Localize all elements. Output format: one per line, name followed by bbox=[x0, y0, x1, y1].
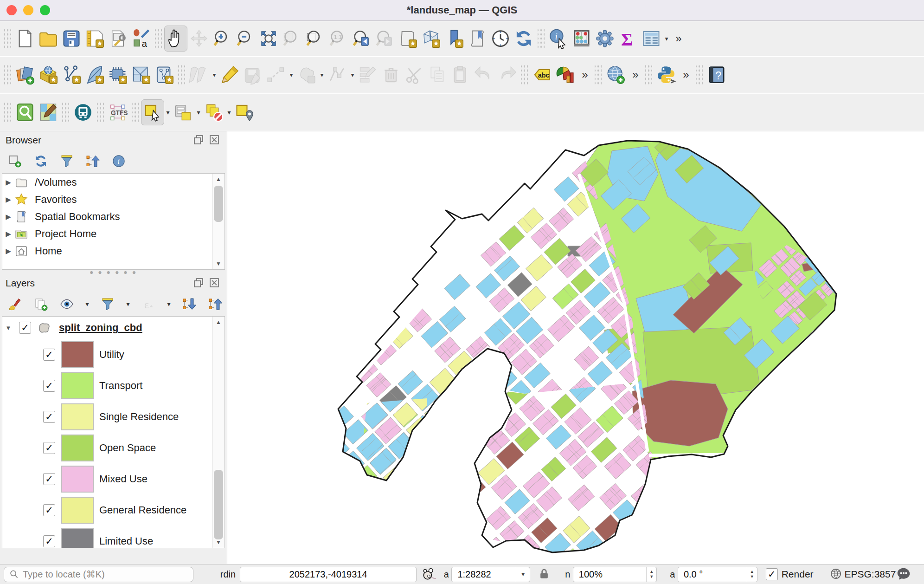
legend-checkbox[interactable]: ✓ bbox=[43, 442, 55, 454]
manage-map-themes-button[interactable] bbox=[58, 294, 76, 314]
legend-checkbox[interactable]: ✓ bbox=[43, 411, 55, 423]
open-attribute-table-button[interactable] bbox=[640, 26, 663, 52]
refresh-browser-button[interactable] bbox=[32, 151, 50, 171]
magnifier-spinbox[interactable]: 100% ▲▼ bbox=[573, 567, 657, 582]
add-group-button[interactable] bbox=[32, 294, 50, 314]
select-features-button[interactable] bbox=[141, 99, 164, 125]
zoom-in-button[interactable] bbox=[211, 26, 234, 52]
deselect-features-button[interactable] bbox=[202, 99, 225, 125]
new-spatial-bookmark-button[interactable] bbox=[443, 26, 466, 52]
legend-checkbox[interactable]: ✓ bbox=[43, 473, 55, 485]
new-spatialite-layer-button[interactable] bbox=[83, 62, 106, 88]
crs-value[interactable]: EPSG:3857 bbox=[844, 569, 896, 580]
legend-checkbox[interactable]: ✓ bbox=[43, 380, 55, 392]
browser-item--volumes[interactable]: ▶/Volumes bbox=[2, 174, 225, 191]
new-temporary-scratch-layer-button[interactable] bbox=[153, 62, 176, 88]
open-layer-styling-button[interactable] bbox=[6, 294, 24, 314]
new-shapefile-layer-button[interactable] bbox=[60, 62, 83, 88]
extent-toggle-icon[interactable] bbox=[421, 566, 437, 583]
browser-float-button[interactable] bbox=[192, 134, 205, 147]
open-project-button[interactable] bbox=[37, 26, 60, 52]
help-button[interactable]: ? bbox=[705, 62, 728, 88]
browser-item-favorites[interactable]: ▶Favorites bbox=[2, 191, 225, 208]
browser-item-project-home[interactable]: ▶Project Home bbox=[2, 225, 225, 242]
scale-lock-icon[interactable] bbox=[538, 567, 551, 581]
legend-color-swatch[interactable] bbox=[61, 372, 94, 399]
layers-float-button[interactable] bbox=[192, 277, 205, 290]
layer-item-split-zoning-cbd[interactable]: ▼✓split_zoning_cbd bbox=[2, 317, 225, 339]
temporal-controller-button[interactable] bbox=[489, 26, 512, 52]
identify-features-button[interactable]: i bbox=[547, 26, 570, 52]
legend-color-swatch[interactable] bbox=[61, 403, 94, 430]
legend-checkbox[interactable]: ✓ bbox=[43, 504, 55, 516]
scale-dropdown-arrow[interactable]: ▼ bbox=[516, 567, 530, 582]
expand-arrow-icon[interactable]: ▶ bbox=[2, 230, 14, 238]
digitize-shape-dropdown-arrow[interactable]: ▾ bbox=[318, 71, 326, 78]
scroll-down-arrow[interactable]: ▼ bbox=[212, 258, 225, 269]
toolbar-overflow-button[interactable]: » bbox=[670, 32, 686, 45]
options-button[interactable] bbox=[593, 26, 616, 52]
new-project-button[interactable] bbox=[13, 26, 37, 52]
filter-browser-button[interactable] bbox=[58, 151, 76, 171]
select-by-location-button[interactable] bbox=[233, 99, 256, 125]
zoom-out-button[interactable] bbox=[234, 26, 257, 52]
layer-labeling-options-button[interactable]: abc bbox=[530, 62, 553, 88]
panel-splitter[interactable]: ● ● ● ● ● ● bbox=[0, 270, 227, 274]
legend-color-swatch[interactable] bbox=[61, 466, 94, 493]
zoom-full-extent-button[interactable] bbox=[257, 26, 280, 52]
quickosm-button[interactable] bbox=[37, 99, 60, 125]
show-statistics-button[interactable]: Σ bbox=[616, 26, 640, 52]
new-geopackage-layer-button[interactable] bbox=[37, 62, 60, 88]
layer-visibility-checkbox[interactable]: ✓ bbox=[19, 322, 31, 334]
toolbar-overflow-button[interactable]: » bbox=[627, 68, 643, 81]
browser-close-button[interactable] bbox=[208, 134, 221, 147]
layers-scrollbar[interactable]: ▲▼ bbox=[212, 317, 225, 548]
new-virtual-layer-button[interactable] bbox=[106, 62, 129, 88]
crs-globe-icon[interactable] bbox=[829, 567, 843, 581]
new-mesh-layer-button[interactable] bbox=[129, 62, 153, 88]
browser-scrollbar[interactable]: ▲▼ bbox=[212, 174, 225, 269]
transit-plugin-button[interactable] bbox=[71, 99, 95, 125]
show-spatial-bookmarks-button[interactable] bbox=[466, 26, 489, 52]
toolbar-overflow-button[interactable]: » bbox=[678, 68, 693, 81]
scroll-up-arrow[interactable]: ▲ bbox=[212, 317, 225, 328]
render-checkbox[interactable]: ✓ bbox=[766, 568, 778, 580]
scroll-up-arrow[interactable]: ▲ bbox=[212, 174, 225, 185]
legend-color-swatch[interactable] bbox=[61, 435, 94, 461]
deselect-features-dropdown-arrow[interactable]: ▾ bbox=[225, 109, 233, 116]
layers-close-button[interactable] bbox=[208, 277, 221, 290]
filter-by-expression-dropdown-arrow[interactable]: ▾ bbox=[165, 300, 173, 308]
new-3d-map-view-button[interactable] bbox=[419, 26, 443, 52]
expand-all-button[interactable] bbox=[180, 294, 199, 314]
show-layout-manager-button[interactable] bbox=[106, 26, 129, 52]
legend-checkbox[interactable]: ✓ bbox=[43, 535, 55, 547]
collapse-all-layers-button[interactable] bbox=[206, 294, 225, 314]
select-features-by-value-button[interactable] bbox=[172, 99, 195, 125]
legend-checkbox[interactable]: ✓ bbox=[43, 349, 55, 361]
gtfs-plugin-button[interactable]: GTFS bbox=[106, 99, 129, 125]
magnifier-spin-arrows[interactable]: ▲▼ bbox=[646, 567, 656, 582]
refresh-map-button[interactable] bbox=[512, 26, 535, 52]
rotation-spin-arrows[interactable]: ▲▼ bbox=[747, 567, 757, 582]
collapse-arrow-icon[interactable]: ▼ bbox=[2, 324, 14, 331]
map-canvas[interactable] bbox=[228, 131, 924, 564]
data-source-manager-button[interactable] bbox=[13, 62, 37, 88]
statistical-summary-button[interactable] bbox=[570, 26, 593, 52]
expand-arrow-icon[interactable]: ▶ bbox=[2, 178, 14, 187]
rotation-spinbox[interactable]: 0.0 ° ▲▼ bbox=[678, 567, 757, 582]
collapse-all-button[interactable] bbox=[83, 151, 102, 171]
layer-diagram-options-button[interactable] bbox=[553, 62, 577, 88]
legend-color-swatch[interactable] bbox=[61, 497, 94, 524]
select-features-dropdown-arrow[interactable]: ▾ bbox=[164, 109, 172, 116]
zoom-to-layer-button[interactable] bbox=[303, 26, 327, 52]
zoom-last-button[interactable] bbox=[350, 26, 373, 52]
select-features-by-value-dropdown-arrow[interactable]: ▾ bbox=[195, 109, 202, 116]
scale-combobox[interactable]: 1:28282 ▼ bbox=[451, 567, 530, 582]
browser-item-spatial-bookmarks[interactable]: ▶Spatial Bookmarks bbox=[2, 208, 225, 225]
expand-arrow-icon[interactable]: ▶ bbox=[2, 213, 14, 221]
filter-legend-button[interactable] bbox=[98, 294, 117, 314]
coordinate-input[interactable]: 2052173,-4019314 bbox=[240, 567, 417, 582]
manage-map-themes-dropdown-arrow[interactable]: ▾ bbox=[83, 300, 91, 308]
messages-icon[interactable] bbox=[896, 566, 912, 583]
properties-button[interactable]: i bbox=[109, 151, 128, 171]
